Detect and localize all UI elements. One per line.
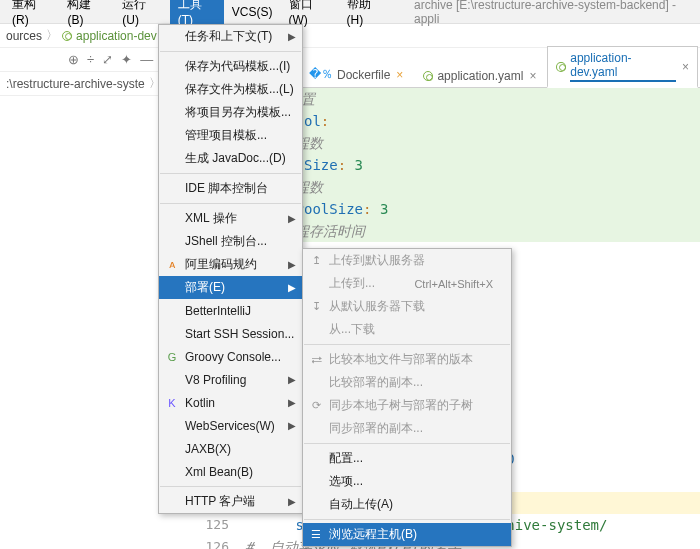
tab-dockerfile[interactable]: �％ Dockerfile × bbox=[300, 61, 412, 87]
code-colon: : bbox=[321, 113, 329, 129]
line-number: 125 bbox=[190, 514, 229, 536]
menu-better-intellij[interactable]: BetterIntelliJ bbox=[159, 299, 302, 322]
code-number: 3 bbox=[380, 201, 388, 217]
menu-http-client[interactable]: HTTP 客户端▶ bbox=[159, 490, 302, 513]
menu-compare-deployed[interactable]: 比较部署的副本... bbox=[303, 371, 511, 394]
close-icon[interactable]: × bbox=[396, 68, 403, 82]
menu-tasks-context[interactable]: 任务和上下文(T)▶ bbox=[159, 25, 302, 48]
close-icon[interactable]: × bbox=[682, 60, 689, 74]
menu-auto-upload[interactable]: 自动上传(A) bbox=[303, 493, 511, 516]
project-title: archive [E:\restructure-archive-system-b… bbox=[414, 0, 696, 26]
chevron-right-icon: ▶ bbox=[288, 259, 296, 270]
menu-jshell[interactable]: JShell 控制台... bbox=[159, 230, 302, 253]
menu-upload-to[interactable]: 上传到...Ctrl+Alt+Shift+X bbox=[303, 272, 511, 295]
chevron-right-icon: ▶ bbox=[288, 282, 296, 293]
menu-xml-bean[interactable]: Xml Bean(B) bbox=[159, 460, 302, 483]
yaml-file-icon bbox=[423, 71, 433, 81]
menu-upload-default[interactable]: ↥上传到默认服务器 bbox=[303, 249, 511, 272]
menu-build[interactable]: 构建(B) bbox=[59, 0, 114, 30]
sync-icon: ⟳ bbox=[308, 399, 324, 412]
menu-save-code-template[interactable]: 保存为代码模板...(I) bbox=[159, 55, 302, 78]
menu-download-default[interactable]: ↧从默认服务器下载 bbox=[303, 295, 511, 318]
menu-options[interactable]: 选项... bbox=[303, 470, 511, 493]
menu-save-file-template[interactable]: 保存文件为模板...(L) bbox=[159, 78, 302, 101]
menu-groovy-console[interactable]: GGroovy Console... bbox=[159, 345, 302, 368]
close-icon[interactable]: × bbox=[529, 69, 536, 83]
upload-icon: ↥ bbox=[308, 254, 324, 267]
yaml-file-icon bbox=[556, 62, 566, 72]
menu-separator bbox=[160, 51, 301, 52]
tab-label: Dockerfile bbox=[337, 68, 390, 82]
menu-refactor[interactable]: 重构(R) bbox=[4, 0, 59, 30]
tab-application-dev-yaml[interactable]: application-dev.yaml × bbox=[547, 46, 698, 88]
breadcrumb-file[interactable]: application-dev bbox=[76, 29, 157, 43]
minimize-icon[interactable]: — bbox=[140, 52, 153, 67]
menu-sync-local[interactable]: ⟳同步本地子树与部署的子树 bbox=[303, 394, 511, 417]
deployment-submenu: ↥上传到默认服务器 上传到...Ctrl+Alt+Shift+X ↧从默认服务器… bbox=[302, 248, 512, 547]
menu-separator bbox=[160, 486, 301, 487]
menu-sync-deployed[interactable]: 同步部署的副本... bbox=[303, 417, 511, 440]
tab-application-yaml[interactable]: application.yaml × bbox=[414, 64, 545, 87]
tools-dropdown: 任务和上下文(T)▶ 保存为代码模板...(I) 保存文件为模板...(L) 将… bbox=[158, 24, 303, 514]
main-menubar: 重构(R) 构建(B) 运行(U) 工具(T) VCS(S) 窗口(W) 帮助(… bbox=[0, 0, 700, 24]
chevron-right-icon: ▶ bbox=[288, 213, 296, 224]
menu-separator bbox=[304, 443, 510, 444]
expand-icon[interactable]: ⤢ bbox=[102, 52, 113, 67]
menu-ide-script-console[interactable]: IDE 脚本控制台 bbox=[159, 177, 302, 200]
menu-separator bbox=[304, 519, 510, 520]
menu-v8-profiling[interactable]: V8 Profiling▶ bbox=[159, 368, 302, 391]
menu-separator bbox=[304, 344, 510, 345]
docker-icon: �％ bbox=[309, 66, 333, 83]
menu-jaxb[interactable]: JAXB(X) bbox=[159, 437, 302, 460]
menu-compare-local[interactable]: ⮂比较本地文件与部署的版本 bbox=[303, 348, 511, 371]
menu-download-from[interactable]: 从...下载 bbox=[303, 318, 511, 341]
chevron-right-icon: 〉 bbox=[46, 27, 58, 44]
download-icon: ↧ bbox=[308, 300, 324, 313]
menu-manage-templates[interactable]: 管理项目模板... bbox=[159, 124, 302, 147]
menu-configuration[interactable]: 配置... bbox=[303, 447, 511, 470]
tab-label: application.yaml bbox=[437, 69, 523, 83]
code-colon: : bbox=[338, 157, 355, 173]
chevron-right-icon: ▶ bbox=[288, 420, 296, 431]
kotlin-icon: K bbox=[164, 397, 180, 409]
chevron-right-icon: ▶ bbox=[288, 496, 296, 507]
yaml-file-icon bbox=[62, 31, 72, 41]
chevron-right-icon: ▶ bbox=[288, 397, 296, 408]
groovy-icon: G bbox=[164, 351, 180, 363]
menu-vcs[interactable]: VCS(S) bbox=[224, 2, 281, 22]
path-text: :\restructure-archive-syste bbox=[6, 77, 145, 91]
menu-save-project-template[interactable]: 将项目另存为模板... bbox=[159, 101, 302, 124]
menu-alibaba-guidelines[interactable]: ᴀ阿里编码规约▶ bbox=[159, 253, 302, 276]
gear-icon[interactable]: ✦ bbox=[121, 52, 132, 67]
line-number: 126 bbox=[190, 536, 229, 549]
target-icon[interactable]: ⊕ bbox=[68, 52, 79, 67]
tab-label: application-dev.yaml bbox=[570, 51, 676, 82]
menu-start-ssh[interactable]: Start SSH Session... bbox=[159, 322, 302, 345]
code-colon: : bbox=[363, 201, 380, 217]
code-number: 3 bbox=[355, 157, 363, 173]
menu-help[interactable]: 帮助(H) bbox=[339, 0, 394, 30]
breadcrumb-part[interactable]: ources bbox=[6, 29, 42, 43]
menu-separator bbox=[160, 173, 301, 174]
menu-separator bbox=[160, 203, 301, 204]
alibaba-icon: ᴀ bbox=[164, 258, 180, 271]
chevron-right-icon: ▶ bbox=[288, 31, 296, 42]
shortcut-text: Ctrl+Alt+Shift+X bbox=[414, 278, 493, 290]
browse-icon: ☰ bbox=[308, 528, 324, 541]
menu-deployment[interactable]: 部署(E)▶ bbox=[159, 276, 302, 299]
menu-generate-javadoc[interactable]: 生成 JavaDoc...(D) bbox=[159, 147, 302, 170]
divide-icon[interactable]: ÷ bbox=[87, 52, 94, 67]
chevron-right-icon: ▶ bbox=[288, 374, 296, 385]
diff-icon: ⮂ bbox=[308, 354, 324, 366]
menu-webservices[interactable]: WebServices(W)▶ bbox=[159, 414, 302, 437]
menu-browse-remote-host[interactable]: ☰浏览远程主机(B) bbox=[303, 523, 511, 546]
menu-kotlin[interactable]: KKotlin▶ bbox=[159, 391, 302, 414]
menu-xml-actions[interactable]: XML 操作▶ bbox=[159, 207, 302, 230]
